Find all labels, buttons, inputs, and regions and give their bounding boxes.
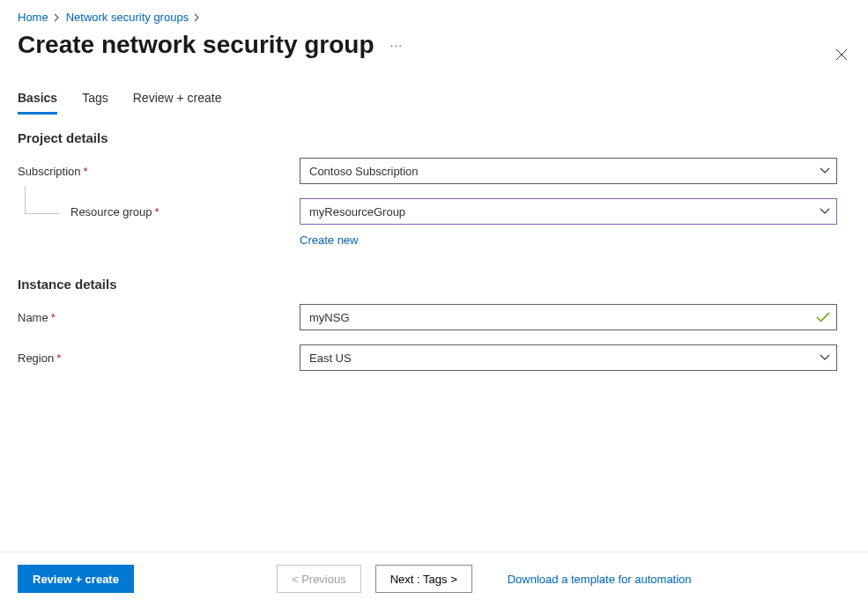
download-template-link[interactable]: Download a template for automation <box>508 573 692 586</box>
resource-group-value: myResourceGroup <box>309 205 405 218</box>
chevron-right-icon <box>194 13 201 22</box>
close-icon[interactable] <box>835 48 849 62</box>
previous-button: < Previous <box>277 565 361 593</box>
label-subscription: Subscription * <box>18 165 300 178</box>
breadcrumb-home[interactable]: Home <box>18 11 48 24</box>
tabs: Basics Tags Review + create <box>18 87 850 115</box>
next-button[interactable]: Next : Tags > <box>375 565 472 593</box>
tab-basics[interactable]: Basics <box>18 87 57 115</box>
review-create-button[interactable]: Review + create <box>18 565 134 593</box>
tab-tags[interactable]: Tags <box>82 87 108 115</box>
tree-connector-icon <box>25 186 60 214</box>
region-select[interactable]: East US <box>300 344 837 371</box>
label-resource-group: Resource group * <box>18 205 300 218</box>
required-icon: * <box>56 352 61 365</box>
more-icon[interactable]: ··· <box>387 34 407 56</box>
section-instance-details: Instance details <box>18 277 850 292</box>
create-new-link[interactable]: Create new <box>300 233 358 247</box>
label-name: Name * <box>18 311 300 324</box>
region-value: East US <box>309 352 352 365</box>
tab-review-create[interactable]: Review + create <box>133 87 222 115</box>
breadcrumb: Home Network security groups <box>18 11 850 24</box>
required-icon: * <box>51 311 56 324</box>
resource-group-select[interactable]: myResourceGroup <box>300 198 837 225</box>
name-value: myNSG <box>309 311 350 324</box>
section-project-details: Project details <box>18 130 850 145</box>
required-icon: * <box>84 165 88 178</box>
name-input[interactable]: myNSG <box>300 304 837 330</box>
breadcrumb-nsg[interactable]: Network security groups <box>66 11 189 24</box>
subscription-select[interactable]: Contoso Subscription <box>300 158 837 184</box>
label-region: Region * <box>18 352 300 365</box>
subscription-value: Contoso Subscription <box>309 165 419 178</box>
required-icon: * <box>155 205 160 218</box>
footer-bar: Review + create < Previous Next : Tags >… <box>0 552 868 607</box>
chevron-right-icon <box>54 13 61 22</box>
page-title: Create network security group <box>18 31 375 59</box>
